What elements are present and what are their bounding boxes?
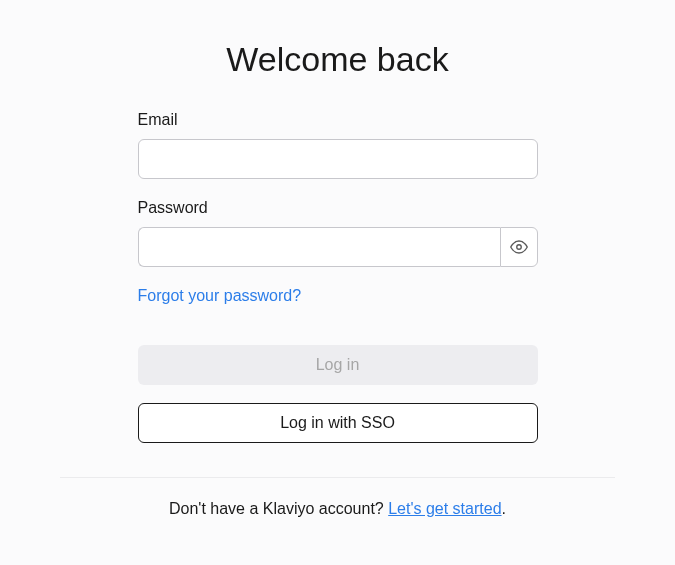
password-row bbox=[138, 227, 538, 267]
footer-suffix: . bbox=[502, 500, 506, 517]
footer-text: Don't have a Klaviyo account? Let's get … bbox=[169, 500, 506, 518]
email-label: Email bbox=[138, 111, 538, 129]
toggle-password-visibility-button[interactable] bbox=[500, 227, 538, 267]
password-input[interactable] bbox=[138, 227, 500, 267]
svg-point-0 bbox=[516, 245, 521, 250]
sso-login-button[interactable]: Log in with SSO bbox=[138, 403, 538, 443]
divider bbox=[60, 477, 615, 478]
footer-prompt: Don't have a Klaviyo account? bbox=[169, 500, 388, 517]
login-button[interactable]: Log in bbox=[138, 345, 538, 385]
password-label: Password bbox=[138, 199, 538, 217]
email-input[interactable] bbox=[138, 139, 538, 179]
email-field-group: Email bbox=[138, 111, 538, 179]
password-field-group: Password bbox=[138, 199, 538, 267]
page-title: Welcome back bbox=[226, 40, 448, 79]
get-started-link[interactable]: Let's get started bbox=[388, 500, 501, 517]
login-form: Email Password Forgot your password? Log… bbox=[138, 111, 538, 443]
login-container: Welcome back Email Password Forgot your … bbox=[138, 40, 538, 565]
forgot-password-link[interactable]: Forgot your password? bbox=[138, 287, 302, 305]
eye-icon bbox=[510, 238, 528, 256]
